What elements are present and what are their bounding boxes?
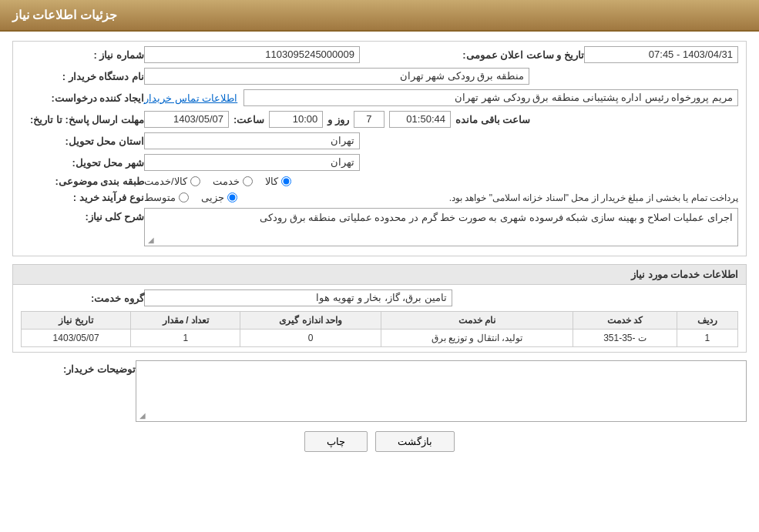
table-cell-row: 1 (677, 330, 737, 347)
category-radio-group: کالا/خدمت خدمت کالا (144, 176, 291, 187)
category-radio-3[interactable] (190, 176, 200, 186)
response-days-value: 7 (354, 111, 385, 128)
buyer-org-row: نام دستگاه خریدار : منطقه برق رودکی شهر … (21, 68, 738, 85)
service-group-row: گروه خدمت: تامین برق، گاز، بخار و تهویه … (21, 289, 738, 306)
process-type-row: نوع فرآیند خرید : متوسط جزیی (21, 192, 738, 203)
category-option-3: کالا/خدمت (144, 176, 200, 187)
main-info-section: شماره نیاز : 1103095245000009 تاریخ و سا… (12, 41, 747, 256)
response-time-label: ساعت: (233, 114, 264, 125)
city-value: تهران (144, 154, 360, 171)
need-number-value: 1103095245000009 (144, 46, 360, 63)
creator-row: ایجاد کننده درخواست: مریم پرورخواه رئیس … (21, 89, 738, 106)
contact-link[interactable]: اطلاعات تماس خریدار (144, 92, 237, 104)
category-radio-2[interactable] (243, 176, 253, 186)
table-row: 1ت -35-351تولید، انتقال و توزیع برق01140… (22, 330, 738, 347)
response-time-value: 10:00 (269, 111, 323, 128)
process-label-2: متوسط (144, 192, 176, 203)
category-option-2: خدمت (213, 176, 253, 187)
province-row: استان محل تحویل: تهران (21, 132, 738, 149)
buyer-org-label: نام دستگاه خریدار : (21, 71, 144, 82)
announce-date-value: 1403/04/31 - 07:45 (584, 46, 738, 63)
response-remaining-label: ساعت باقی مانده (455, 114, 530, 125)
col-header-unit: واحد اندازه گیری (240, 312, 381, 330)
city-row: شهر محل تحویل: تهران (21, 154, 738, 171)
need-number-row: شماره نیاز : 1103095245000009 تاریخ و سا… (21, 46, 738, 63)
buyer-org-value: منطقه برق رودکی شهر تهران (144, 68, 529, 85)
buyer-notes-row: توضیحات خریدار: ◢ (12, 360, 747, 422)
category-row: طبقه بندی موضوعی: کالا/خدمت خدمت کالا (21, 176, 738, 187)
services-table: ردیف کد خدمت نام خدمت واحد اندازه گیری ت… (21, 311, 738, 347)
service-group-value: تامین برق، گاز، بخار و تهویه هوا (144, 289, 452, 306)
process-radio-2[interactable] (179, 192, 189, 202)
resize-handle-desc: ◢ (148, 236, 154, 244)
province-value: تهران (144, 132, 360, 149)
back-button[interactable]: بازگشت (375, 431, 455, 452)
category-option-1: کالا (265, 176, 291, 187)
response-remaining-value: 01:50:44 (389, 111, 451, 128)
page-header: جزئیات اطلاعات نیاز (0, 0, 759, 32)
category-label: طبقه بندی موضوعی: (21, 176, 144, 187)
print-button[interactable]: چاپ (304, 431, 368, 452)
general-desc-row: شرح کلی نیاز: اجرای عملیات اصلاح و بهینه… (21, 208, 738, 246)
response-deadline-label: مهلت ارسال پاسخ: تا تاریخ: (21, 114, 144, 125)
announce-date-label: تاریخ و ساعت اعلان عمومی: (456, 49, 584, 61)
province-label: استان محل تحویل: (21, 136, 144, 147)
process-option-1: جزیی (201, 192, 237, 203)
response-days-label: روز و (327, 114, 349, 125)
category-label-2: خدمت (213, 176, 240, 187)
general-desc-label: شرح کلی نیاز: (21, 208, 144, 223)
process-radio-1[interactable] (227, 192, 237, 202)
category-radio-1[interactable] (281, 176, 291, 186)
general-desc-value: اجرای عملیات اصلاح و بهینه سازی شبکه فرس… (144, 208, 738, 246)
col-header-name: نام خدمت (381, 312, 573, 330)
process-radio-group: متوسط جزیی (144, 192, 237, 203)
buttons-row: بازگشت چاپ (12, 431, 747, 452)
response-deadline-row: مهلت ارسال پاسخ: تا تاریخ: 1403/05/07 سا… (21, 111, 738, 128)
creator-value: مریم پرورخواه رئیس اداره پشتیبانی منطقه … (243, 89, 738, 106)
table-cell-name: تولید، انتقال و توزیع برق (381, 330, 573, 347)
col-header-code: کد خدمت (573, 312, 677, 330)
table-cell-quantity: 1 (131, 330, 240, 347)
creator-label: ایجاد کننده درخواست: (21, 92, 144, 104)
process-type-label: نوع فرآیند خرید : (21, 192, 144, 203)
city-label: شهر محل تحویل: (21, 157, 144, 169)
general-desc-text: اجرای عملیات اصلاح و بهینه سازی شبکه فرس… (260, 212, 733, 223)
table-cell-unit: 0 (240, 330, 381, 347)
buyer-notes-label: توضیحات خریدار: (12, 360, 136, 375)
process-note: پرداخت تمام یا بخشی از مبلغ خریدار از مح… (243, 192, 738, 203)
col-header-row: ردیف (677, 312, 737, 330)
col-header-quantity: تعداد / مقدار (131, 312, 240, 330)
category-label-1: کالا (265, 176, 278, 187)
services-section: اطلاعات خدمات مورد نیاز گروه خدمت: تامین… (12, 264, 747, 353)
page-title: جزئیات اطلاعات نیاز (12, 8, 117, 22)
service-group-label: گروه خدمت: (21, 293, 144, 304)
response-date-value: 1403/05/07 (144, 111, 229, 128)
process-option-2: متوسط (144, 192, 189, 203)
services-section-title: اطلاعات خدمات مورد نیاز (13, 265, 746, 285)
resize-handle-notes: ◢ (139, 411, 146, 420)
table-cell-code: ت -35-351 (573, 330, 677, 347)
buyer-notes-box: ◢ (136, 360, 747, 422)
category-label-3: کالا/خدمت (144, 176, 187, 187)
table-cell-date: 1403/05/07 (22, 330, 131, 347)
process-label-1: جزیی (201, 192, 224, 203)
need-number-label: شماره نیاز : (21, 49, 144, 61)
col-header-date: تاریخ نیاز (22, 312, 131, 330)
